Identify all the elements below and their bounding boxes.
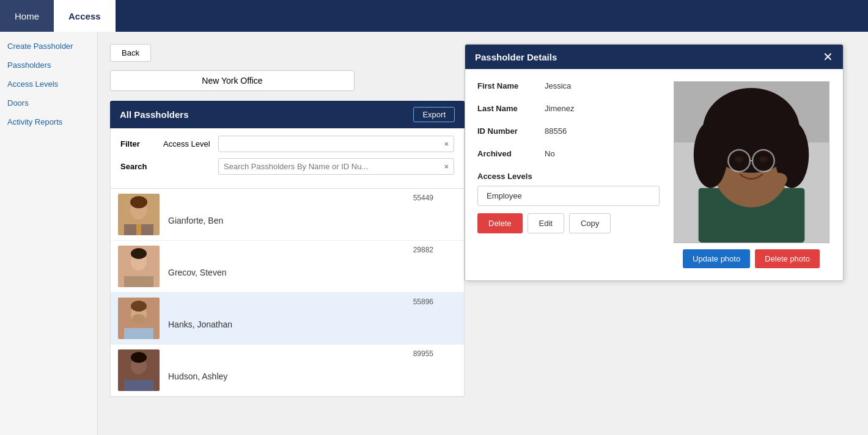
archived-value: No: [545, 149, 555, 158]
id-number-label: ID Number: [477, 126, 545, 136]
svg-point-29: [735, 156, 743, 163]
svg-point-30: [759, 156, 767, 163]
first-name-label: First Name: [477, 81, 545, 90]
passholder-item[interactable]: 29882 Grecov, Steven: [111, 241, 464, 293]
avatar: [118, 298, 160, 339]
passholders-title: All Passholders: [120, 109, 189, 120]
avatar: [118, 349, 160, 391]
edit-button[interactable]: Edit: [528, 213, 564, 233]
access-level-tag: Employee: [477, 186, 660, 206]
details-body: First Name Jessica Last Name Jimenez ID …: [465, 69, 843, 280]
details-header: Passholder Details ✕: [465, 45, 843, 69]
access-levels-label: Access Levels: [477, 172, 660, 181]
filter-area: Filter Access Level × Search ×: [110, 128, 465, 189]
copy-button[interactable]: Copy: [569, 213, 611, 233]
svg-rect-8: [124, 276, 153, 287]
first-name-value: Jessica: [545, 81, 571, 90]
passholder-id: 89955: [413, 349, 433, 358]
last-name-value: Jimenez: [545, 104, 574, 113]
svg-rect-13: [124, 328, 153, 339]
search-clear[interactable]: ×: [439, 159, 454, 174]
sidebar-item-activity-reports[interactable]: Activity Reports: [0, 112, 97, 131]
delete-button[interactable]: Delete: [477, 213, 523, 233]
photo-actions: Update photo Delete photo: [683, 249, 820, 268]
passholder-id: 55449: [413, 194, 433, 202]
passholder-name: Hudson, Ashley: [168, 371, 227, 381]
passholders-bar: All Passholders Export: [110, 101, 465, 128]
passholder-item[interactable]: 55896 Hanks, Jonathan: [111, 293, 464, 345]
details-close-button[interactable]: ✕: [823, 51, 833, 63]
search-row: Search ×: [120, 158, 454, 175]
svg-point-24: [693, 122, 727, 188]
search-input[interactable]: [219, 159, 439, 174]
access-level-input[interactable]: [219, 136, 439, 152]
archived-label: Archived: [477, 149, 545, 158]
svg-point-12: [131, 301, 147, 312]
filter-label: Filter: [120, 139, 163, 148]
passholder-list: 55449 Gianforte, Ben: [110, 189, 465, 397]
access-levels-section: Access Levels Employee: [477, 172, 660, 206]
id-number-row: ID Number 88556: [477, 126, 660, 136]
svg-rect-4: [136, 224, 141, 235]
avatar: [118, 246, 160, 287]
passholder-name: Grecov, Steven: [168, 268, 226, 277]
back-button[interactable]: Back: [110, 44, 151, 62]
access-level-label: Access Level: [163, 139, 218, 148]
tab-home[interactable]: Home: [0, 0, 54, 32]
sidebar-item-passholders[interactable]: Passholders: [0, 56, 97, 75]
export-button[interactable]: Export: [413, 107, 455, 122]
photo-area: Update photo Delete photo: [672, 81, 831, 268]
id-number-value: 88556: [545, 126, 567, 136]
avatar: [118, 194, 160, 235]
last-name-row: Last Name Jimenez: [477, 104, 660, 113]
access-level-input-wrap: ×: [218, 136, 454, 152]
archived-row: Archived No: [477, 149, 660, 158]
svg-point-16: [131, 352, 147, 363]
passholder-item[interactable]: 89955 Hudson, Ashley: [111, 345, 464, 397]
archived-section: Archived No: [477, 149, 660, 158]
sidebar-item-create-passholder[interactable]: Create Passholder: [0, 37, 97, 56]
passholder-id: 29882: [413, 246, 433, 254]
details-title: Passholder Details: [475, 52, 557, 62]
details-content: First Name Jessica Last Name Jimenez ID …: [477, 81, 831, 268]
filter-row: Filter Access Level ×: [120, 136, 454, 152]
svg-rect-17: [124, 380, 153, 391]
update-photo-button[interactable]: Update photo: [683, 249, 750, 268]
tab-access[interactable]: Access: [54, 0, 116, 32]
delete-photo-button[interactable]: Delete photo: [755, 249, 820, 268]
search-input-wrap: ×: [218, 158, 454, 175]
search-label: Search: [120, 162, 163, 171]
svg-point-2: [130, 196, 147, 208]
passholder-name: Hanks, Jonathan: [168, 320, 232, 329]
access-level-clear[interactable]: ×: [439, 137, 454, 151]
layout: Create Passholder Passholders Access Lev…: [0, 32, 868, 435]
sidebar-item-doors[interactable]: Doors: [0, 93, 97, 112]
sidebar-item-access-levels[interactable]: Access Levels: [0, 75, 97, 93]
details-panel: Passholder Details ✕ First Name Jessica …: [465, 44, 844, 281]
profile-photo: [674, 82, 829, 243]
svg-point-7: [131, 248, 147, 259]
main-content: Back New York Office All Passholders Exp…: [98, 32, 868, 435]
details-fields: First Name Jessica Last Name Jimenez ID …: [477, 81, 660, 268]
svg-point-11: [132, 314, 145, 324]
sidebar: Create Passholder Passholders Access Lev…: [0, 32, 98, 435]
last-name-label: Last Name: [477, 104, 545, 113]
top-nav: Home Access: [0, 0, 868, 32]
photo-frame: [674, 81, 829, 243]
action-buttons: Delete Edit Copy: [477, 213, 660, 233]
first-name-row: First Name Jessica: [477, 81, 660, 90]
passholder-name: Gianforte, Ben: [168, 216, 223, 225]
passholder-item[interactable]: 55449 Gianforte, Ben: [111, 189, 464, 241]
office-selector[interactable]: New York Office: [110, 70, 355, 91]
passholder-id: 55896: [413, 298, 433, 306]
